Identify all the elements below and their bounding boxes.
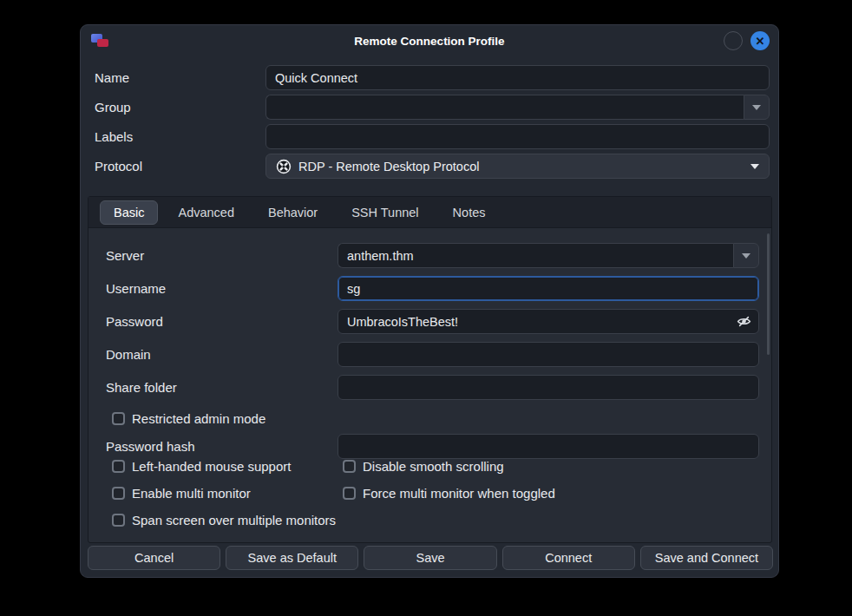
group-row: Group (95, 95, 770, 120)
titlebar[interactable]: Remote Connection Profile ✕ (81, 25, 778, 56)
enable-multi-monitor-label: Enable multi monitor (132, 486, 251, 501)
save-and-connect-button[interactable]: Save and Connect (640, 546, 773, 570)
restricted-admin-mode-checkbox[interactable]: Restricted admin mode (112, 411, 265, 426)
span-screen-checkbox[interactable]: Span screen over multiple monitors (112, 513, 343, 527)
name-input[interactable] (265, 65, 770, 90)
tab-bar: Basic Advanced Behavior SSH Tunnel Notes (88, 197, 771, 228)
checkbox-icon (112, 460, 125, 473)
window-title: Remote Connection Profile (81, 35, 778, 48)
enable-multi-monitor-checkbox[interactable]: Enable multi monitor (112, 486, 343, 500)
chevron-down-icon (742, 253, 750, 259)
checkbox-icon (343, 460, 356, 473)
checkbox-icon (343, 487, 356, 500)
save-as-default-button[interactable]: Save as Default (226, 546, 358, 570)
share-folder-input[interactable] (338, 375, 759, 400)
chevron-down-icon (752, 105, 761, 110)
tab-notes[interactable]: Notes (439, 200, 500, 225)
group-dropdown-button[interactable] (744, 95, 770, 120)
eye-slash-icon (737, 314, 751, 329)
force-multi-monitor-label: Force multi monitor when toggled (363, 486, 555, 501)
left-handed-mouse-checkbox[interactable]: Left-handed mouse support (112, 459, 343, 473)
protocol-selected-value: RDP - Remote Desktop Protocol (298, 160, 479, 174)
desktop-background: { "window": { "title": "Remote Connectio… (0, 0, 852, 616)
protocol-row: Protocol RDP - Remote Desktop Protocol (95, 154, 770, 179)
password-row: Password (106, 309, 759, 334)
force-multi-monitor-checkbox[interactable]: Force multi monitor when toggled (343, 486, 555, 500)
checkbox-icon (112, 487, 125, 500)
disable-smooth-scrolling-label: Disable smooth scrolling (363, 459, 504, 474)
password-hash-input[interactable] (338, 434, 759, 459)
close-icon: ✕ (756, 36, 765, 47)
share-folder-label: Share folder (106, 380, 338, 395)
username-label: Username (106, 281, 338, 296)
span-screen-label: Span screen over multiple monitors (132, 513, 336, 528)
group-input[interactable] (265, 95, 744, 120)
checkbox-icon (112, 412, 125, 425)
scrollbar[interactable] (767, 233, 770, 355)
remote-connection-profile-dialog: Remote Connection Profile ✕ Name Group L… (80, 24, 779, 578)
labels-label: Labels (95, 129, 265, 144)
password-hash-label: Password hash (106, 439, 338, 454)
close-button[interactable]: ✕ (750, 31, 770, 50)
name-label: Name (95, 70, 265, 85)
share-folder-row: Share folder (106, 375, 759, 400)
server-row: Server (106, 243, 759, 268)
server-input[interactable] (338, 243, 733, 268)
domain-label: Domain (106, 347, 338, 362)
cancel-button[interactable]: Cancel (88, 546, 220, 570)
disable-smooth-scrolling-checkbox[interactable]: Disable smooth scrolling (343, 459, 504, 473)
action-buttons: Cancel Save as Default Save Connect Save… (88, 546, 773, 570)
group-label: Group (95, 100, 265, 115)
chevron-down-icon (750, 164, 759, 169)
left-handed-mouse-label: Left-handed mouse support (132, 459, 291, 474)
rdp-protocol-icon (276, 159, 292, 174)
name-row: Name (95, 65, 770, 90)
labels-input[interactable] (265, 124, 770, 149)
username-row: Username (106, 276, 759, 301)
username-input[interactable] (338, 276, 759, 301)
minimize-button[interactable] (724, 31, 743, 50)
server-label: Server (106, 248, 338, 263)
settings-notebook: Basic Advanced Behavior SSH Tunnel Notes… (88, 196, 772, 543)
save-button[interactable]: Save (364, 546, 496, 570)
tab-advanced[interactable]: Advanced (164, 200, 248, 225)
server-dropdown-button[interactable] (733, 243, 759, 268)
toggle-password-visibility-button[interactable] (736, 313, 752, 330)
password-input[interactable] (338, 309, 759, 334)
basic-tab-content: Server Username Password (88, 228, 771, 542)
restricted-admin-mode-label: Restricted admin mode (132, 411, 265, 426)
domain-row: Domain (106, 342, 759, 367)
server-combobox[interactable] (338, 243, 759, 268)
checkbox-icon (112, 514, 125, 527)
group-combobox[interactable] (265, 95, 770, 120)
password-hash-row: Password hash (106, 434, 759, 459)
password-label: Password (106, 314, 338, 329)
connect-button[interactable]: Connect (502, 546, 635, 570)
tab-behavior[interactable]: Behavior (254, 200, 331, 225)
domain-input[interactable] (338, 342, 759, 367)
profile-form: Name Group Labels Protocol (81, 56, 778, 179)
labels-row: Labels (95, 124, 770, 149)
tab-ssh-tunnel[interactable]: SSH Tunnel (338, 200, 432, 225)
protocol-dropdown[interactable]: RDP - Remote Desktop Protocol (265, 154, 770, 179)
tab-basic[interactable]: Basic (100, 200, 158, 225)
protocol-label: Protocol (95, 159, 265, 174)
